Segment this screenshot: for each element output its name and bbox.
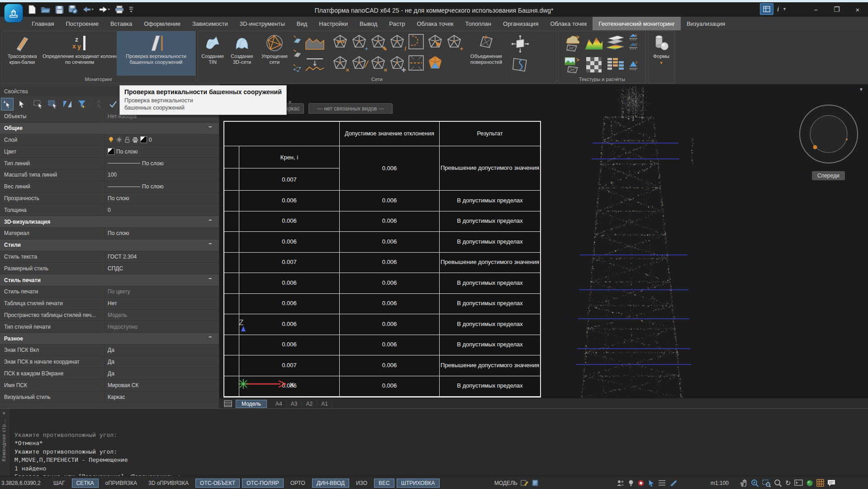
save-icon[interactable] bbox=[55, 5, 64, 14]
restore-button[interactable]: ❐ bbox=[826, 2, 847, 17]
mesh-move-button[interactable]: ✛ bbox=[389, 54, 406, 72]
info-icon[interactable]: i bbox=[777, 5, 779, 13]
elevation-colors-button[interactable] bbox=[583, 32, 605, 54]
info-dropdown-caret-icon[interactable]: ▼ bbox=[783, 7, 787, 11]
collapse-section-button[interactable]: − bbox=[209, 217, 212, 223]
status-toggle[interactable]: 3D оПРИВЯЗКА bbox=[144, 479, 193, 488]
ribbon-tab[interactable]: Топоплан bbox=[460, 17, 497, 30]
mesh-bounds-button[interactable] bbox=[408, 54, 425, 72]
volumes-table-button[interactable] bbox=[605, 54, 626, 76]
layout-tab-sheet[interactable]: А4 bbox=[271, 400, 287, 408]
tower-verticality-button[interactable]: Проверка вертикальности башенных сооруже… bbox=[117, 31, 195, 76]
status-toggle[interactable]: ОТС-ОБЪЕКТ bbox=[195, 479, 240, 488]
zoom-window-icon[interactable] bbox=[762, 479, 771, 487]
fullscreen-icon[interactable] bbox=[794, 479, 803, 487]
ribbon-tab[interactable]: Облака точек bbox=[544, 17, 593, 30]
mesh-edit-button[interactable]: ✎ bbox=[370, 33, 387, 51]
mesh-section-button[interactable]: ⟷ bbox=[332, 33, 349, 51]
property-row[interactable]: Прозрачность По слою − bbox=[0, 193, 219, 205]
volume-v-icon[interactable]: V V bbox=[628, 33, 639, 53]
property-row[interactable]: Таблица стилей печати Нет − bbox=[0, 298, 219, 310]
ribbon-tab[interactable]: Растр bbox=[383, 17, 411, 30]
hatch-grid-icon[interactable] bbox=[816, 479, 824, 487]
status-toggle[interactable]: ОТС-ПОЛЯР bbox=[242, 479, 284, 488]
ribbon-tab[interactable]: 3D-инструменты bbox=[234, 17, 291, 30]
qat-overflow-icon[interactable] bbox=[128, 5, 134, 14]
layouts-list-icon[interactable] bbox=[224, 400, 232, 407]
simplify-mesh-button[interactable]: Упрощение сети bbox=[257, 31, 292, 76]
layout-tab-model[interactable]: Модель bbox=[236, 400, 267, 408]
shapes-dropdown-caret-icon[interactable]: ▼ bbox=[659, 61, 664, 65]
view-tab-linked-views[interactable]: --- нет связанных видов --- bbox=[308, 103, 393, 114]
minimize-button[interactable]: − bbox=[806, 2, 826, 17]
mesh-delete-vertex-button[interactable]: × bbox=[332, 54, 349, 72]
drawing-viewport[interactable]: × ▼ Каркас --- нет связанных видов --- Д… bbox=[219, 84, 868, 398]
print-icon[interactable] bbox=[115, 5, 124, 14]
app-logo-button[interactable] bbox=[5, 4, 23, 22]
mesh-cut-button[interactable]: ╱ bbox=[351, 54, 368, 72]
move-3d-icon[interactable] bbox=[511, 35, 529, 53]
cloud-to-surface-button[interactable] bbox=[561, 32, 583, 54]
viewport-scale[interactable]: m1:100 bbox=[711, 476, 729, 489]
new-file-icon[interactable] bbox=[28, 5, 36, 14]
notification-badge-icon[interactable] bbox=[637, 479, 645, 487]
collapse-section-button[interactable]: − bbox=[209, 124, 212, 130]
zoom-extents-icon[interactable] bbox=[774, 479, 782, 487]
add-to-selection-button[interactable]: + bbox=[1, 98, 14, 110]
command-panel-close-icon[interactable]: × bbox=[2, 410, 5, 417]
status-toggle[interactable]: ВЕС bbox=[374, 479, 394, 488]
property-row[interactable]: Общие − bbox=[0, 123, 219, 134]
ribbon-tab[interactable]: Оформление bbox=[138, 17, 186, 30]
ribbon-tab[interactable]: Построение bbox=[60, 17, 104, 30]
surface-layers-button[interactable] bbox=[605, 32, 626, 54]
property-row[interactable]: Толщина 0 − bbox=[0, 204, 219, 216]
mesh-hole-button[interactable] bbox=[408, 33, 425, 51]
mesh-add-vertex-button[interactable]: + bbox=[351, 33, 368, 51]
mesh-edge-button[interactable]: / bbox=[389, 33, 406, 51]
property-row[interactable]: Вес линий По слою − bbox=[0, 181, 219, 193]
save-all-icon[interactable] bbox=[68, 5, 78, 14]
redo-icon[interactable] bbox=[99, 6, 110, 13]
column-coordinates-button[interactable]: z x y Определение координат колонн по се… bbox=[43, 31, 117, 76]
command-line-panel[interactable]: × Командная стр... Укажите противоположн… bbox=[0, 408, 868, 476]
mesh-append-button[interactable]: + bbox=[446, 33, 463, 51]
property-row[interactable]: Пространство таблицы стилей печ... Модел… bbox=[0, 310, 219, 321]
property-row[interactable]: 3D-визуализация − bbox=[0, 216, 219, 228]
create-3dmesh-button[interactable]: Создание 3D-сети bbox=[227, 31, 257, 76]
property-row[interactable]: Размерный стиль СПДС − bbox=[0, 263, 219, 274]
select-window-button[interactable] bbox=[32, 98, 45, 110]
ribbon-tab[interactable]: Визуализация bbox=[681, 17, 731, 30]
property-row[interactable]: Стиль печати По цвету − bbox=[0, 286, 219, 298]
status-toggle[interactable]: ОРТО bbox=[286, 479, 310, 488]
surface-import-icon[interactable] bbox=[292, 35, 302, 45]
invert-selection-button[interactable] bbox=[61, 98, 74, 110]
select-button[interactable] bbox=[15, 98, 28, 110]
property-row[interactable]: Имя ПСК Мировая СК − bbox=[0, 379, 219, 391]
status-toggle[interactable]: ШАГ bbox=[49, 479, 70, 488]
ribbon-tab[interactable]: Вставка bbox=[104, 17, 138, 30]
property-row[interactable]: Масштаб типа линий 100 − bbox=[0, 169, 219, 181]
view-orientation-label[interactable]: Спереди bbox=[812, 171, 845, 180]
collapse-section-button[interactable]: − bbox=[209, 275, 212, 282]
property-row[interactable]: Слой 0 − bbox=[0, 134, 219, 146]
property-row[interactable]: Тип стилей печати Недоступно − bbox=[0, 321, 219, 333]
orbit-icon[interactable]: ↻ bbox=[785, 479, 791, 487]
property-row[interactable]: Стиль текста ГОСТ 2.304 − bbox=[0, 251, 219, 263]
ribbon-collapse-chevron-icon[interactable]: ▼ bbox=[859, 87, 863, 92]
cursor-select-icon[interactable] bbox=[648, 479, 655, 487]
quick-select-button[interactable] bbox=[92, 98, 105, 110]
ribbon-tab[interactable]: Главная bbox=[26, 17, 60, 30]
ribbon-tab[interactable]: Вывод bbox=[354, 17, 383, 30]
crane-tracing-button[interactable]: Трассировка кран-балки bbox=[2, 31, 43, 76]
property-row[interactable]: Знак ПСК Вкл Да − bbox=[0, 345, 219, 356]
bulb-icon[interactable] bbox=[628, 479, 634, 487]
collapse-section-button[interactable]: − bbox=[209, 334, 212, 340]
mesh-delete-edge-button[interactable]: × bbox=[370, 54, 387, 72]
close-button[interactable]: × bbox=[847, 2, 868, 17]
surface-polyline-icon[interactable] bbox=[511, 57, 529, 73]
layers-list-icon[interactable] bbox=[658, 479, 666, 486]
undo-icon[interactable] bbox=[82, 6, 94, 13]
apply-button[interactable] bbox=[107, 98, 119, 110]
mesh-triangle-button[interactable]: ▶ bbox=[427, 33, 444, 51]
ribbon-tab[interactable]: Геотехнический мониторинг bbox=[593, 17, 680, 30]
